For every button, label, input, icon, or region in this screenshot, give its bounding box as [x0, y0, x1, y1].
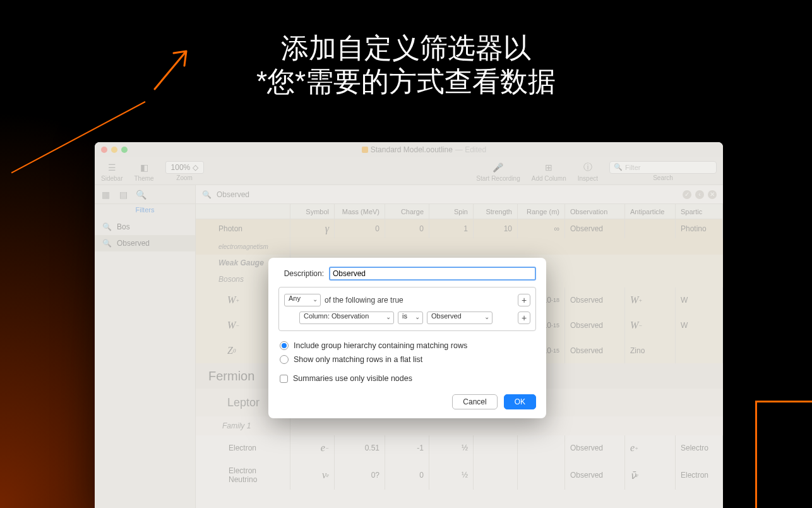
edited-indicator: — Edited [455, 145, 486, 154]
marketing-headline: 添加自定义筛选器以 *您*需要的方式查看数据 [0, 32, 812, 99]
description-label: Description: [278, 269, 324, 278]
match-mode-select[interactable]: Any [284, 294, 321, 306]
document-title: Standard Model.ooutline [371, 145, 453, 154]
summaries-checkbox[interactable]: Summaries use only visible nodes [278, 372, 536, 385]
radio-icon [280, 355, 289, 364]
col-symbol[interactable]: Symbol [290, 204, 335, 219]
add-column-button[interactable]: ⊞ Add Column [532, 160, 566, 182]
close-icon[interactable] [101, 147, 107, 153]
col-sparticle[interactable]: Spartic [676, 204, 723, 219]
active-filter-name: Observed [217, 190, 249, 199]
start-recording-button[interactable]: 🎤 Start Recording [476, 160, 520, 182]
add-rule-button[interactable]: + [518, 294, 530, 306]
table-row[interactable]: Family 1 [196, 416, 723, 435]
description-input[interactable] [329, 267, 536, 281]
table-row[interactable]: Electron e− 0.51 -1 ½ Observed e+ Select… [196, 435, 723, 461]
window-controls[interactable] [101, 147, 128, 153]
minimize-icon[interactable] [111, 147, 117, 153]
add-rule-button[interactable]: + [518, 311, 530, 324]
headline-line1: 添加自定义筛选器以 [0, 32, 812, 65]
add-column-icon: ⊞ [542, 160, 556, 174]
filter-action-icon[interactable]: ✓ [683, 190, 691, 199]
app-window: Standard Model.ooutline — Edited ☰ Sideb… [95, 142, 723, 508]
rule-column-select[interactable]: Column: Observation [299, 311, 394, 324]
sidebar-toggle-button[interactable]: ☰ Sidebar [101, 160, 122, 182]
magnifier-icon: 🔍 [102, 222, 112, 231]
filter-close-icon[interactable]: ✕ [708, 190, 717, 199]
toolbar: ☰ Sidebar ◧ Theme 100% ◇ Zoom 🎤 Start Re… [95, 157, 723, 185]
column-headers: Symbol Mass (MeV) Charge Spin Strength R… [196, 204, 723, 219]
rule-operator-select[interactable]: is [398, 311, 423, 324]
sidebar-tab-label: Filters [95, 204, 195, 219]
radio-icon [280, 341, 289, 350]
sections-icon[interactable]: ▦ [100, 189, 111, 200]
filters-tab-icon[interactable]: 🔍 [135, 189, 146, 200]
search-label: Search [653, 174, 673, 181]
theme-button[interactable]: ◧ Theme [134, 160, 153, 182]
inspect-button[interactable]: ⓘ Inspect [578, 160, 598, 182]
col-strength[interactable]: Strength [474, 204, 518, 219]
col-spin[interactable]: Spin [429, 204, 474, 219]
document-icon [362, 147, 368, 153]
zoom-icon[interactable] [121, 147, 128, 153]
table-row[interactable]: Photon γ 0 0 1 10 ∞ Observed Photino [196, 219, 723, 238]
rule-value-select[interactable]: Observed [427, 311, 493, 324]
magnifier-icon: 🔍 [202, 190, 212, 199]
table-row[interactable]: Electron Neutrino νe 0? 0 ½ Observed ν̄e… [196, 461, 723, 490]
sidebar: ▦ ▤ 🔍 Filters 🔍 Bos 🔍 Observed [95, 185, 196, 508]
sidebar-icon: ☰ [105, 160, 119, 174]
search-icon: 🔍 [614, 163, 623, 171]
magnifier-icon: 🔍 [102, 239, 112, 248]
sidebar-item-bos[interactable]: 🔍 Bos [95, 219, 195, 235]
titlebar: Standard Model.ooutline — Edited [95, 142, 723, 157]
ok-button[interactable]: OK [504, 394, 536, 409]
filter-bar: 🔍 Observed ✓ ‹ ✕ [196, 185, 723, 204]
col-antiparticle[interactable]: Antiparticle [625, 204, 676, 219]
filter-editor-dialog: Description: Any of the following are tr… [268, 258, 546, 418]
rules-container: Any of the following are true + Column: … [278, 287, 536, 331]
col-observation[interactable]: Observation [565, 204, 625, 219]
sidebar-item-observed[interactable]: 🔍 Observed [95, 235, 195, 251]
match-text: of the following are true [325, 296, 403, 305]
filter-action-icon[interactable]: ‹ [695, 190, 704, 199]
col-range[interactable]: Range (m) [518, 204, 565, 219]
headline-line2: *您*需要的方式查看数据 [0, 65, 812, 99]
mic-icon: 🎤 [491, 160, 505, 174]
col-charge[interactable]: Charge [385, 204, 429, 219]
theme-icon: ◧ [137, 160, 151, 174]
search-input[interactable]: 🔍 Filter [609, 161, 717, 174]
styles-icon[interactable]: ▤ [117, 189, 129, 200]
include-hierarchy-radio[interactable]: Include group hierarchy containing match… [278, 339, 536, 353]
decorative-box [755, 401, 812, 508]
flat-list-radio[interactable]: Show only matching rows in a flat list [278, 353, 536, 366]
checkbox-icon [280, 375, 288, 383]
col-mass[interactable]: Mass (MeV) [335, 204, 385, 219]
zoom-control[interactable]: 100% ◇ Zoom [165, 161, 204, 181]
cancel-button[interactable]: Cancel [452, 394, 497, 409]
info-icon: ⓘ [581, 160, 595, 174]
table-row[interactable]: electromagnetism [196, 238, 723, 255]
